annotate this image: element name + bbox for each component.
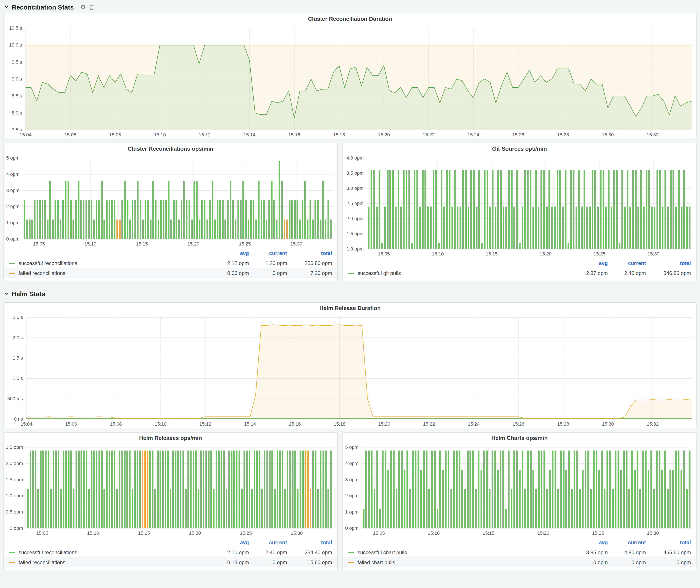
svg-text:15:32: 15:32 — [647, 132, 658, 137]
legend-series-label[interactable]: successful git pulls — [348, 270, 570, 276]
legend-total-value: 346.80 opm — [646, 270, 691, 276]
trash-icon[interactable] — [89, 4, 94, 10]
svg-text:1.5 s: 1.5 s — [13, 355, 23, 361]
svg-text:15:18: 15:18 — [333, 132, 345, 137]
svg-text:15:25: 15:25 — [240, 530, 252, 536]
svg-text:3.0 opm: 3.0 opm — [347, 186, 364, 191]
legend-header-row: avg current total — [343, 537, 696, 547]
legend-series-label[interactable]: failed reconciliations — [9, 559, 211, 565]
legend-header-avg[interactable]: avg — [570, 539, 608, 545]
svg-text:15:24: 15:24 — [468, 132, 479, 137]
svg-text:10.0 s: 10.0 s — [9, 42, 22, 48]
legend-header-current[interactable]: current — [608, 539, 646, 545]
legend-avg-value: 0.06 opm — [211, 270, 249, 276]
panel-title[interactable]: Cluster Reconciliations ops/min — [4, 143, 337, 155]
legend-total-value: 256.80 opm — [287, 260, 332, 266]
svg-text:15:28: 15:28 — [557, 132, 569, 137]
legend-current-value: 1.20 opm — [249, 260, 287, 266]
legend-header-total[interactable]: total — [646, 539, 691, 545]
helm-charts-chart[interactable]: 15:0515:1015:1515:2015:2515:300 opm1 opm… — [343, 444, 696, 537]
panel-title[interactable]: Cluster Reconciliation Duration — [4, 13, 696, 25]
legend-header-total[interactable]: total — [646, 260, 691, 266]
panel-title[interactable]: Helm Release Duration — [4, 303, 696, 314]
svg-text:2.5 opm: 2.5 opm — [347, 201, 364, 206]
svg-text:15:30: 15:30 — [602, 132, 614, 137]
series-color-swatch — [9, 263, 15, 263]
svg-text:3 opm: 3 opm — [345, 477, 358, 482]
series-name: successful chart pulls — [358, 549, 407, 555]
svg-text:15:06: 15:06 — [64, 132, 76, 137]
legend-series-label[interactable]: successful chart pulls — [348, 549, 570, 555]
svg-text:15:26: 15:26 — [512, 132, 524, 137]
svg-text:9.5 s: 9.5 s — [12, 59, 22, 65]
helm-release-duration-chart[interactable]: 15:0415:0615:0815:1015:1215:1415:1615:18… — [4, 314, 696, 428]
section-header-reconciliation-stats[interactable]: Reconciliation Stats ⚙ — [3, 1, 697, 13]
legend-header-current[interactable]: current — [608, 260, 646, 266]
series-name: successful reconciliations — [19, 260, 77, 266]
svg-text:15:16: 15:16 — [289, 421, 301, 427]
legend-row-failed: failed reconciliations 0.06 opm 0 opm 7.… — [4, 268, 337, 278]
cluster-reconciliations-chart[interactable]: 15:0515:1015:1515:2015:2515:300 opm1 opm… — [4, 155, 337, 248]
legend-header-avg[interactable]: avg — [211, 250, 249, 256]
legend-total-value: 254.40 opm — [287, 549, 332, 555]
legend-series-label[interactable]: failed chart pulls — [348, 559, 570, 565]
legend-total-value: 0 opm — [646, 559, 691, 565]
legend-header-total[interactable]: total — [287, 250, 332, 256]
helm-releases-chart[interactable]: 15:0515:1015:1515:2015:2515:300 opm0.5 o… — [4, 444, 337, 537]
legend-header-current[interactable]: current — [249, 539, 287, 545]
svg-text:1.5 opm: 1.5 opm — [6, 477, 23, 482]
legend-header-current[interactable]: current — [249, 250, 287, 256]
svg-text:15:06: 15:06 — [65, 421, 77, 427]
svg-text:15:22: 15:22 — [423, 132, 435, 137]
svg-text:15:10: 15:10 — [154, 132, 166, 137]
section-header-helm-stats[interactable]: Helm Stats — [3, 288, 697, 300]
svg-text:15:10: 15:10 — [84, 241, 96, 247]
panel-title[interactable]: Helm Charts ops/min — [343, 433, 696, 444]
svg-text:2.0 s: 2.0 s — [13, 335, 23, 340]
svg-text:15:20: 15:20 — [187, 241, 199, 247]
legend-row-failed: failed chart pulls 0 opm 0 opm 0 opm — [343, 557, 696, 567]
legend-header-avg[interactable]: avg — [211, 539, 249, 545]
svg-text:15:10: 15:10 — [432, 251, 444, 257]
legend-avg-value: 0 opm — [570, 559, 608, 565]
panel-helm-charts-opm: Helm Charts ops/min 15:0515:1015:1515:20… — [342, 432, 697, 570]
legend-series-label[interactable]: failed reconciliations — [9, 270, 211, 276]
legend-header-avg[interactable]: avg — [570, 260, 608, 266]
panel-helm-releases-opm: Helm Releases ops/min 15:0515:1015:1515:… — [3, 432, 338, 570]
legend-avg-value: 2.87 opm — [570, 270, 608, 276]
gear-icon[interactable]: ⚙ — [80, 4, 86, 10]
svg-text:15:10: 15:10 — [87, 530, 99, 536]
svg-text:1 opm: 1 opm — [345, 509, 358, 515]
series-name: successful git pulls — [358, 270, 401, 276]
legend-header-total[interactable]: total — [287, 539, 332, 545]
legend-row-successful: successful reconciliations 2.12 opm 1.20… — [4, 258, 337, 268]
svg-text:9.0 s: 9.0 s — [12, 76, 22, 82]
svg-text:0 opm: 0 opm — [10, 525, 23, 531]
panel-row: Cluster Reconciliations ops/min 15:0515:… — [3, 143, 697, 281]
series-name: failed reconciliations — [19, 270, 65, 276]
svg-text:1.0 opm: 1.0 opm — [347, 246, 364, 252]
svg-text:15:30: 15:30 — [602, 421, 614, 427]
panel-title[interactable]: Helm Releases ops/min — [4, 433, 337, 444]
svg-text:4 opm: 4 opm — [345, 461, 358, 466]
svg-text:15:30: 15:30 — [648, 251, 660, 257]
legend-current-value: 0 opm — [249, 559, 287, 565]
legend-series-label[interactable]: successful reconciliations — [9, 549, 211, 555]
legend-header-row: avg current total — [4, 537, 337, 547]
series-name: successful reconciliations — [19, 549, 77, 555]
panel-cluster-reconciliations-opm: Cluster Reconciliations ops/min 15:0515:… — [3, 143, 338, 281]
panel-title[interactable]: Git Sources ops/min — [343, 143, 696, 155]
svg-text:15:26: 15:26 — [513, 421, 524, 427]
svg-text:15:10: 15:10 — [428, 530, 440, 536]
series-name: failed reconciliations — [19, 559, 65, 565]
legend-total-value: 7.20 opm — [287, 270, 332, 276]
svg-text:15:30: 15:30 — [290, 241, 302, 247]
cluster-reconciliation-duration-chart[interactable]: 15:0415:0615:0815:1015:1215:1415:1615:18… — [4, 25, 696, 139]
series-color-swatch — [9, 273, 15, 273]
legend-series-label[interactable]: successful reconciliations — [9, 260, 211, 266]
panel-cluster-reconciliation-duration: Cluster Reconciliation Duration 15:0415:… — [3, 13, 697, 139]
svg-text:15:25: 15:25 — [594, 251, 605, 257]
svg-text:1.5 opm: 1.5 opm — [347, 231, 364, 236]
git-sources-chart[interactable]: 15:0515:1015:1515:2015:2515:301.0 opm1.5… — [343, 155, 696, 258]
svg-text:15:05: 15:05 — [373, 530, 385, 536]
